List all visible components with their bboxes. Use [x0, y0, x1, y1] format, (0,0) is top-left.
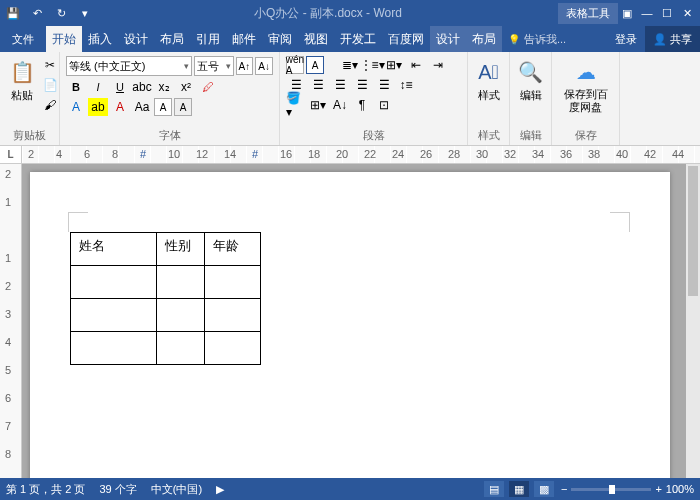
scrollbar-thumb[interactable] [688, 166, 698, 296]
maximize-icon[interactable]: ☐ [658, 4, 676, 22]
tab-home[interactable]: 开始 [46, 26, 82, 52]
char-border-icon[interactable]: A [154, 98, 172, 116]
strikethrough-icon[interactable]: abc [132, 78, 152, 96]
phonetic-guide-icon[interactable]: wénA [286, 56, 304, 74]
close-icon[interactable]: ✕ [678, 4, 696, 22]
bullets-icon[interactable]: ≣▾ [340, 56, 360, 74]
text-effects-icon[interactable]: A [66, 98, 86, 116]
table-cell[interactable] [205, 332, 261, 365]
phonetic-icon[interactable]: Aa [132, 98, 152, 116]
tab-references[interactable]: 引用 [190, 26, 226, 52]
align-center-icon[interactable]: ☰ [308, 76, 328, 94]
tab-developer[interactable]: 开发工 [334, 26, 382, 52]
redo-icon[interactable]: ↻ [52, 4, 70, 22]
italic-icon[interactable]: I [88, 78, 108, 96]
tab-baidu[interactable]: 百度网 [382, 26, 430, 52]
horizontal-ruler[interactable]: 2468#101214#1618202224262830323436384042… [22, 146, 700, 163]
distribute-icon[interactable]: ☰ [374, 76, 394, 94]
zoom-out-icon[interactable]: − [561, 483, 567, 495]
tab-mailings[interactable]: 邮件 [226, 26, 262, 52]
table-cell[interactable] [157, 266, 205, 299]
shading-icon[interactable]: 🪣▾ [286, 96, 306, 114]
multilevel-icon[interactable]: ⊞▾ [384, 56, 404, 74]
font-size-selector[interactable]: 五号▾ [194, 56, 233, 76]
grow-font-icon[interactable]: A↑ [236, 57, 254, 75]
table-cell[interactable] [157, 332, 205, 365]
cut-icon[interactable]: ✂ [40, 56, 60, 74]
table-cell[interactable] [71, 332, 157, 365]
document-canvas[interactable]: 姓名 性别 年龄 [22, 164, 700, 480]
login-link[interactable]: 登录 [607, 32, 645, 47]
macro-icon[interactable]: ▶ [216, 483, 224, 496]
tab-table-layout[interactable]: 布局 [466, 26, 502, 52]
superscript-icon[interactable]: x² [176, 78, 196, 96]
group-font: 字体 [66, 126, 273, 143]
table-cell[interactable] [71, 299, 157, 332]
read-mode-icon[interactable]: ▤ [484, 481, 504, 497]
tab-view[interactable]: 视图 [298, 26, 334, 52]
line-spacing-icon[interactable]: ↕≡ [396, 76, 416, 94]
tell-me[interactable]: 告诉我... [508, 32, 566, 47]
clear-format-icon[interactable]: 🖊 [198, 78, 218, 96]
table-cell[interactable] [71, 266, 157, 299]
ribbon-options-icon[interactable]: ▣ [618, 4, 636, 22]
vertical-scrollbar[interactable] [686, 164, 700, 478]
file-menu[interactable]: 文件 [0, 26, 46, 52]
share-button[interactable]: 👤共享 [645, 26, 700, 52]
tab-table-design[interactable]: 设计 [430, 26, 466, 52]
numbering-icon[interactable]: ⋮≡▾ [362, 56, 382, 74]
tab-design[interactable]: 设计 [118, 26, 154, 52]
table-cell[interactable]: 年龄 [205, 233, 261, 266]
paste-button[interactable]: 📋 粘贴 [6, 56, 38, 114]
editing-button[interactable]: 🔍 编辑 [516, 56, 545, 105]
print-layout-icon[interactable]: ▦ [509, 481, 529, 497]
baidu-icon: ☁ [572, 58, 600, 86]
table-cell[interactable] [205, 299, 261, 332]
highlight-icon[interactable]: ab [88, 98, 108, 116]
show-marks-icon[interactable]: ¶ [352, 96, 372, 114]
window-title: 小Q办公 - 副本.docx - Word [98, 5, 558, 22]
align-right-icon[interactable]: ☰ [330, 76, 350, 94]
format-painter-icon[interactable]: 🖌 [40, 96, 60, 114]
enclosed-char-icon[interactable]: A [306, 56, 324, 74]
bold-icon[interactable]: B [66, 78, 86, 96]
underline-icon[interactable]: U [110, 78, 130, 96]
table-cell[interactable] [205, 266, 261, 299]
group-paragraph: 段落 [286, 126, 461, 143]
font-color-icon[interactable]: A [110, 98, 130, 116]
increase-indent-icon[interactable]: ⇥ [428, 56, 448, 74]
shrink-font-icon[interactable]: A↓ [255, 57, 273, 75]
zoom-slider[interactable] [571, 488, 651, 491]
clipboard-icon: 📋 [8, 58, 36, 86]
copy-icon[interactable]: 📄 [40, 76, 60, 94]
char-shading-icon[interactable]: A [174, 98, 192, 116]
word-count[interactable]: 39 个字 [99, 482, 136, 497]
borders-icon[interactable]: ⊞▾ [308, 96, 328, 114]
save-icon[interactable]: 💾 [4, 4, 22, 22]
zoom-level[interactable]: 100% [666, 483, 694, 495]
sort-icon[interactable]: A↓ [330, 96, 350, 114]
font-selector[interactable]: 等线 (中文正文)▾ [66, 56, 192, 76]
justify-icon[interactable]: ☰ [352, 76, 372, 94]
zoom-in-icon[interactable]: + [655, 483, 661, 495]
qat-dropdown-icon[interactable]: ▾ [76, 4, 94, 22]
subscript-icon[interactable]: x₂ [154, 78, 174, 96]
tab-layout[interactable]: 布局 [154, 26, 190, 52]
page-status[interactable]: 第 1 页，共 2 页 [6, 482, 85, 497]
language-status[interactable]: 中文(中国) [151, 482, 202, 497]
decrease-indent-icon[interactable]: ⇤ [406, 56, 426, 74]
table-cell[interactable]: 性别 [157, 233, 205, 266]
document-table[interactable]: 姓名 性别 年龄 [70, 232, 261, 365]
tab-insert[interactable]: 插入 [82, 26, 118, 52]
styles-button[interactable]: A⃰ 样式 [474, 56, 503, 105]
vertical-ruler[interactable]: 2112345678 [0, 164, 22, 480]
snap-grid-icon[interactable]: ⊡ [374, 96, 394, 114]
table-cell[interactable] [157, 299, 205, 332]
table-cell[interactable]: 姓名 [71, 233, 157, 266]
undo-icon[interactable]: ↶ [28, 4, 46, 22]
minimize-icon[interactable]: — [638, 4, 656, 22]
web-layout-icon[interactable]: ▩ [534, 481, 554, 497]
styles-icon: A⃰ [475, 58, 503, 86]
tab-review[interactable]: 审阅 [262, 26, 298, 52]
baidu-save-button[interactable]: ☁ 保存到百度网盘 [558, 56, 613, 116]
